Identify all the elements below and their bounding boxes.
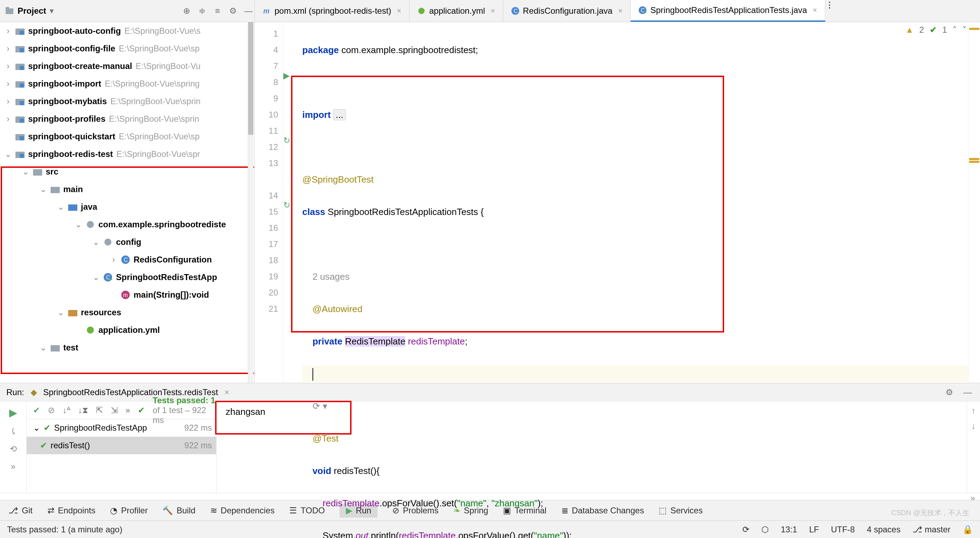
tab-label: RedisConfiguration.java	[523, 6, 612, 16]
reload-gutter-icon[interactable]: ↻	[283, 136, 294, 152]
tree-row[interactable]: ›springboot-mybatis E:\SpringBoot-Vue\sp…	[0, 93, 254, 110]
run-gutter-icon[interactable]: ▶	[283, 71, 294, 87]
close-icon[interactable]: ×	[618, 6, 622, 16]
tree-arrow-icon[interactable]: ⌄	[92, 237, 100, 247]
chevron-down-icon[interactable]: ˅	[963, 25, 967, 35]
tool-deps[interactable]: ≋Dependencies	[210, 506, 275, 516]
tree-arrow-icon[interactable]: ⌄	[39, 343, 47, 353]
tree-arrow-icon[interactable]: ›	[4, 44, 12, 53]
tool-endpoints[interactable]: ⇄Endpoints	[48, 506, 95, 516]
tree-arrow-icon[interactable]: ⌄	[57, 308, 65, 318]
minimize-icon[interactable]: —	[243, 5, 255, 17]
tree-row[interactable]: ⌄src	[0, 163, 254, 180]
tool-profiler[interactable]: ◔Profiler	[110, 506, 148, 516]
pass-icon: ✔	[44, 423, 51, 433]
project-label[interactable]: Project	[18, 6, 46, 16]
tree-scrollbar[interactable]	[248, 22, 253, 383]
more-icon[interactable]: »	[11, 461, 16, 471]
close-icon[interactable]: ×	[491, 6, 495, 16]
disabled-icon[interactable]: ⊘	[48, 405, 55, 415]
arrow-up-icon[interactable]: ↑	[972, 406, 976, 415]
gutter: 1 4 7 8 9 10 11 12 13 14 15 16 17 18 19 …	[255, 22, 283, 383]
gear-icon[interactable]: ⚙	[227, 5, 239, 17]
maven-icon: m	[262, 7, 271, 15]
run-icon[interactable]: ▶	[9, 406, 17, 419]
chevron-up-icon[interactable]: ˄	[953, 25, 957, 35]
tree-row[interactable]: ⌄CSpringbootRedisTestApp	[0, 268, 254, 286]
svg-rect-25	[20, 154, 24, 158]
tree-arrow-icon[interactable]: ⌄	[4, 149, 12, 159]
class-icon: C	[511, 7, 520, 15]
tree-arrow-icon[interactable]: ⌄	[39, 184, 47, 194]
tab-pom[interactable]: m pom.xml (springboot-redis-test) ×	[255, 0, 409, 22]
project-tree[interactable]: ›springboot-auto-config E:\SpringBoot-Vu…	[0, 22, 255, 383]
test-tree[interactable]: ✔ ⊘ ↓ᴬ ↓⧗ ⇱ ⇲ » ✔ Tests passed: 1 of 1 t…	[27, 401, 216, 493]
inspections-widget[interactable]: ▲2 ✔1 ˄ ˅	[905, 25, 967, 35]
tree-row[interactable]: ›springboot-auto-config E:\SpringBoot-Vu…	[0, 22, 254, 40]
tree-row[interactable]: ⌄com.example.springbootrediste	[0, 216, 254, 233]
editor-markers[interactable]	[968, 22, 980, 383]
tree-node-icon	[16, 62, 25, 71]
tree-arrow-icon[interactable]: ⌄	[57, 202, 65, 212]
tree-node-icon	[68, 308, 77, 317]
more-icon[interactable]: »	[126, 405, 130, 415]
tree-row[interactable]: mmain(String[]):void	[0, 286, 254, 304]
tree-arrow-icon[interactable]: ›	[4, 61, 12, 71]
code-area[interactable]: package com.example.springbootredistest;…	[294, 22, 968, 383]
tree-node-path: E:\SpringBoot-Vue\spring	[105, 79, 200, 89]
tab-redisconfig[interactable]: C RedisConfiguration.java ×	[503, 0, 631, 22]
tabs-more-icon[interactable]: ⋮	[825, 0, 834, 22]
chevron-down-icon[interactable]: ▾	[49, 6, 54, 16]
tree-arrow-icon[interactable]: ›	[4, 96, 12, 106]
tree-row[interactable]: ⌄springboot-redis-test E:\SpringBoot-Vue…	[0, 145, 254, 163]
tree-node-icon	[86, 326, 95, 335]
svg-text:C: C	[514, 8, 518, 14]
tree-row[interactable]: springboot-quickstart E:\SpringBoot-Vue\…	[0, 128, 254, 145]
tree-node-icon	[103, 238, 113, 247]
tab-yml[interactable]: application.yml ×	[409, 0, 503, 22]
close-icon[interactable]: ×	[397, 6, 401, 16]
tree-row[interactable]: application.yml	[0, 321, 254, 339]
tree-row[interactable]: ›springboot-import E:\SpringBoot-Vue\spr…	[0, 75, 254, 93]
console-output[interactable]: zhangsan	[216, 401, 967, 493]
arrow-down-icon[interactable]: ↓	[972, 421, 976, 431]
test-row-leaf[interactable]: ✔ redisTest() 922 ms	[27, 437, 216, 454]
collapse-icon[interactable]: ≡	[212, 5, 224, 17]
tree-arrow-icon[interactable]: ›	[4, 114, 12, 124]
tool-git[interactable]: ⎇Git	[8, 506, 33, 516]
tree-arrow-icon[interactable]: ›	[4, 26, 12, 36]
tree-row[interactable]: ›springboot-create-manual E:\SpringBoot-…	[0, 57, 254, 75]
tree-row[interactable]: ⌄main	[0, 180, 254, 198]
close-icon[interactable]: ×	[224, 387, 229, 397]
tree-row[interactable]: ⌄test	[0, 339, 254, 356]
status-text: Tests passed: 1 (a minute ago)	[7, 525, 123, 535]
tree-arrow-icon[interactable]: ⌄	[75, 220, 82, 230]
tree-row[interactable]: ›springboot-config-file E:\SpringBoot-Vu…	[0, 40, 254, 57]
svg-point-39	[87, 327, 94, 334]
tree-arrow-icon[interactable]: ›	[110, 255, 118, 265]
tool-build[interactable]: 🔨Build	[162, 506, 195, 516]
expand-icon[interactable]: ≑	[196, 5, 208, 17]
debug-attach-icon[interactable]: ⤹	[10, 426, 17, 436]
tree-row[interactable]: ›CRedisConfiguration	[0, 251, 254, 268]
tree-row[interactable]: ⌄resources	[0, 304, 254, 321]
tree-node-icon	[16, 150, 25, 159]
tree-row[interactable]: ›springboot-profiles E:\SpringBoot-Vue\s…	[0, 110, 254, 128]
expand-icon[interactable]: ⇱	[96, 405, 103, 415]
tab-tests[interactable]: C SpringbootRedisTestApplicationTests.ja…	[631, 0, 825, 22]
tree-arrow-icon[interactable]: ›	[4, 79, 12, 89]
check-icon[interactable]: ✔	[33, 405, 40, 415]
sort-time-icon[interactable]: ↓⧗	[78, 405, 88, 415]
toggle-icon[interactable]: ⟲	[10, 444, 17, 454]
reload-gutter-icon[interactable]: ↻	[283, 200, 294, 216]
collapse-icon[interactable]: ⇲	[111, 405, 118, 415]
tree-arrow-icon[interactable]: ⌄	[22, 167, 30, 177]
code-editor[interactable]: 1 4 7 8 9 10 11 12 13 14 15 16 17 18 19 …	[255, 22, 980, 383]
tree-arrow-icon[interactable]: ⌄	[92, 272, 100, 282]
close-icon[interactable]: ×	[813, 6, 817, 15]
sort-icon[interactable]: ↓ᴬ	[62, 405, 70, 415]
tree-row[interactable]: ⌄config	[0, 233, 254, 251]
chevron-down-icon[interactable]: ⌄	[33, 423, 40, 433]
tree-row[interactable]: ⌄java	[0, 198, 254, 216]
target-icon[interactable]: ⊕	[181, 5, 192, 17]
